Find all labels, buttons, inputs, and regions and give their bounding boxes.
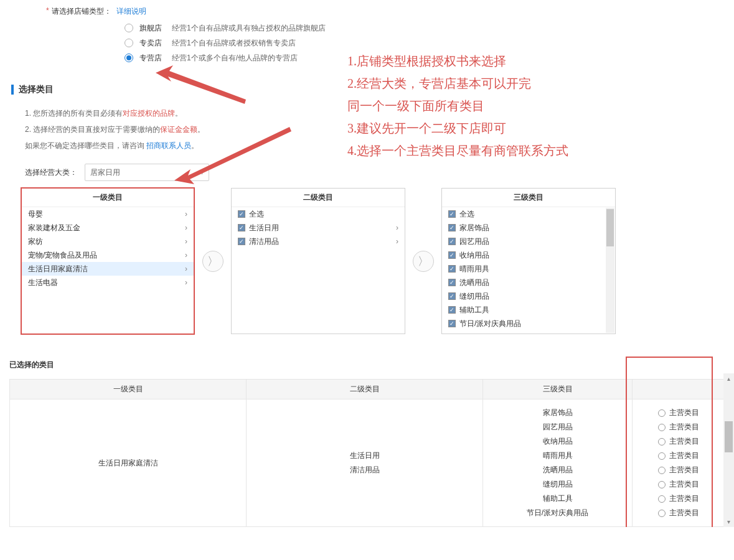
level1-item[interactable]: 生活日用家庭清洁› <box>22 262 194 276</box>
radio-icon[interactable] <box>125 54 133 62</box>
section-bar <box>11 85 14 95</box>
list-item-label: 生活日用家庭清洁 <box>28 264 88 274</box>
shop-type-option[interactable]: 旗舰店经营1个自有品牌或具有独占授权的品牌旗舰店 <box>125 21 734 35</box>
level3-item[interactable]: 家居饰品 <box>442 221 606 235</box>
th-4 <box>633 380 725 399</box>
level2-select-all[interactable]: 全选 <box>232 207 405 221</box>
level3-item[interactable]: 辅助工具 <box>442 303 606 317</box>
selected-l2-item: 生活日用 <box>252 449 478 463</box>
radio-icon[interactable] <box>658 438 666 446</box>
chevron-right-icon: › <box>185 278 187 287</box>
main-category-option[interactable]: 主营类目 <box>638 434 719 449</box>
cell-l2: 生活日用清洁用品 <box>247 399 483 527</box>
checkbox-icon[interactable] <box>448 210 456 218</box>
checkbox-icon[interactable] <box>448 320 456 327</box>
level1-item[interactable]: 生活电器› <box>22 276 194 289</box>
chevron-right-icon: › <box>396 223 398 232</box>
list-item-label: 晴雨用具 <box>459 264 489 274</box>
level1-item[interactable]: 宠物/宠物食品及用品› <box>22 248 194 262</box>
selected-table: 一级类目 二级类目 三级类目 生活日用家庭清洁 生活日用清洁用品 家居饰品园艺用… <box>9 379 725 527</box>
main-category-option[interactable]: 主营类目 <box>638 492 719 506</box>
main-category-option[interactable]: 主营类目 <box>638 406 719 420</box>
level1-item[interactable]: 母婴› <box>22 207 194 221</box>
checkbox-icon[interactable] <box>448 224 456 231</box>
level3-item[interactable]: 收纳用品 <box>442 248 606 262</box>
level2-item[interactable]: 清洁用品› <box>232 235 405 248</box>
level3-item[interactable]: 缝纫用品 <box>442 289 606 303</box>
main-category-label: 主营类目 <box>669 479 699 490</box>
list-item-label: 园艺用品 <box>459 236 489 247</box>
list-item-label: 全选 <box>459 209 474 220</box>
list-item-label: 缝纫用品 <box>459 291 489 302</box>
th-3: 三级类目 <box>483 380 633 399</box>
radio-icon[interactable] <box>658 409 666 417</box>
panel-level3: 三级类目 全选家居饰品园艺用品收纳用品晴雨用具洗晒用品缝纫用品辅助工具节日/派对… <box>441 188 616 334</box>
chevron-right-icon: › <box>185 251 187 259</box>
list-item-label: 清洁用品 <box>249 236 279 247</box>
panel3-scrollbar[interactable] <box>606 208 614 333</box>
main-category-option[interactable]: 主营类目 <box>638 463 719 477</box>
detail-link[interactable]: 详细说明 <box>116 6 146 17</box>
level3-item[interactable]: 节日/派对庆典用品 <box>442 317 606 330</box>
radio-desc: 经营1个自有品牌或者授权销售专卖店 <box>172 38 296 49</box>
page-scrollbar[interactable]: ▴ ▾ <box>723 373 734 527</box>
checkbox-icon[interactable] <box>238 210 245 218</box>
main-category-label: 主营类目 <box>669 465 699 475</box>
level3-item[interactable]: 洗晒用品 <box>442 276 606 289</box>
selected-l3-item: 辅助工具 <box>488 492 627 506</box>
arrow-right-1[interactable]: 〉 <box>202 251 223 272</box>
radio-icon[interactable] <box>658 481 666 488</box>
radio-icon[interactable] <box>125 39 133 47</box>
level1-item[interactable]: 家装建材及五金› <box>22 221 194 235</box>
selected-title: 已选择的类目 <box>9 360 725 370</box>
panel-header-2: 二级类目 <box>232 189 405 207</box>
checkbox-icon[interactable] <box>448 292 456 300</box>
level3-item[interactable]: 园艺用品 <box>442 235 606 248</box>
svg-marker-0 <box>156 65 246 104</box>
main-category-label: 主营类目 <box>669 450 699 461</box>
radio-icon[interactable] <box>658 424 666 431</box>
selected-l3-item: 缝纫用品 <box>488 477 627 492</box>
cell-l1: 生活日用家庭清洁 <box>10 399 247 527</box>
level3-item[interactable]: 晴雨用具 <box>442 262 606 276</box>
main-category-label: 主营类目 <box>669 422 699 432</box>
checkbox-icon[interactable] <box>448 251 456 259</box>
level1-item[interactable]: 家纺› <box>22 235 194 248</box>
level2-item[interactable]: 生活日用› <box>232 221 405 235</box>
checkbox-icon[interactable] <box>448 306 456 314</box>
radio-label: 旗舰店 <box>139 23 167 34</box>
selected-l3-item: 收纳用品 <box>488 434 627 449</box>
level3-select-all[interactable]: 全选 <box>442 207 606 221</box>
selected-l3-item: 洗晒用品 <box>488 463 627 477</box>
arrow-right-2[interactable]: 〉 <box>413 251 434 272</box>
table-row: 生活日用家庭清洁 生活日用清洁用品 家居饰品园艺用品收纳用品晴雨用具洗晒用品缝纫… <box>10 399 725 527</box>
selected-l3-item: 节日/派对庆典用品 <box>488 506 627 520</box>
required-star: * <box>46 6 49 15</box>
th-1: 一级类目 <box>10 380 247 399</box>
checkbox-icon[interactable] <box>448 279 456 286</box>
shop-type-option[interactable]: 专卖店经营1个自有品牌或者授权销售专卖店 <box>125 35 734 50</box>
radio-icon[interactable] <box>658 452 666 460</box>
checkbox-icon[interactable] <box>238 238 245 245</box>
checkbox-icon[interactable] <box>448 265 456 273</box>
radio-icon[interactable] <box>658 467 666 474</box>
list-item-label: 生活日用 <box>249 223 279 233</box>
radio-label: 专营店 <box>139 53 167 63</box>
list-item-label: 生活电器 <box>28 278 58 288</box>
main-category-option[interactable]: 主营类目 <box>638 506 719 520</box>
checkbox-icon[interactable] <box>238 224 245 231</box>
radio-icon[interactable] <box>125 24 133 32</box>
main-category-option[interactable]: 主营类目 <box>638 420 719 434</box>
svg-marker-1 <box>174 127 291 184</box>
radio-icon[interactable] <box>658 495 666 503</box>
checkbox-icon[interactable] <box>448 238 456 245</box>
list-item-label: 家居饰品 <box>459 223 489 233</box>
annotation-arrow-1 <box>156 65 249 115</box>
main-category-option[interactable]: 主营类目 <box>638 477 719 492</box>
main-category-label: 主营类目 <box>669 493 699 504</box>
radio-icon[interactable] <box>658 510 666 517</box>
main-category-option[interactable]: 主营类目 <box>638 449 719 463</box>
list-item-label: 辅助工具 <box>459 305 489 315</box>
main-category-label: 主营类目 <box>669 508 699 518</box>
chevron-right-icon: › <box>396 237 398 246</box>
